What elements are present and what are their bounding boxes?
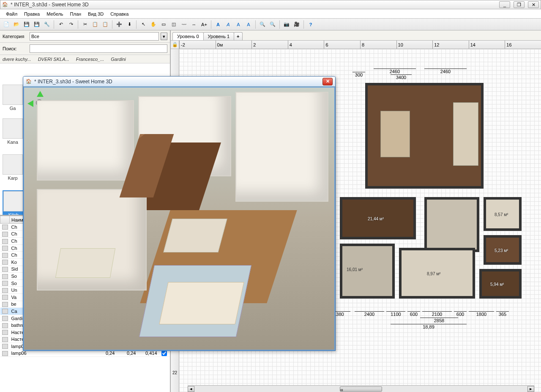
polyline-tool[interactable]: 〰 (179, 20, 189, 29)
menu-view3d[interactable]: Вид 3D (85, 10, 107, 18)
col-icon[interactable] (0, 216, 10, 224)
create-video-button[interactable]: 🎥 (292, 20, 301, 29)
view3d-close-button[interactable]: ✕ (322, 78, 333, 85)
category-label: Категория (3, 34, 28, 39)
dimension-tool[interactable]: ↔ (189, 20, 199, 29)
dimension[interactable]: 365 (496, 311, 509, 317)
row-icon (0, 301, 10, 308)
catalog-group[interactable]: Gardini (111, 57, 126, 62)
text-italic-button[interactable]: A (224, 20, 233, 29)
catalog-item[interactable]: Karp (3, 154, 23, 181)
preferences-button[interactable]: 🔧 (42, 20, 52, 29)
category-select[interactable] (30, 32, 159, 41)
close-button[interactable]: ✕ (528, 1, 539, 8)
dimension[interactable]: 2460 (374, 69, 416, 74)
furniture-table[interactable] (380, 111, 410, 157)
dimension[interactable]: 18,89 (391, 324, 467, 329)
level-tab-1[interactable]: Уровень 1 (203, 32, 235, 40)
menu-furniture[interactable]: Мебель (43, 10, 66, 18)
zoom-in-button[interactable]: 🔍 (258, 20, 267, 29)
titlebar: 🏠 * INTER_3.sh3d - Sweet Home 3D _ ❐ ✕ (0, 0, 541, 9)
maximize-button[interactable]: ❐ (514, 1, 525, 8)
menu-plan[interactable]: План (67, 10, 85, 18)
dimension[interactable]: 3400 (391, 74, 412, 80)
scroll-track[interactable]: III (194, 387, 527, 392)
ruler-horizontal[interactable]: -2 0м 2 4 6 8 10 12 14 16 (179, 41, 541, 49)
menu-help[interactable]: Справка (107, 10, 132, 18)
cut-button[interactable]: ✂ (80, 20, 90, 29)
paste-button[interactable]: 📋 (101, 20, 110, 29)
zoom-out-button[interactable]: 🔍 (268, 20, 277, 29)
nav3d-left[interactable] (27, 100, 33, 107)
text-bold-button[interactable]: A (213, 20, 223, 29)
dimension[interactable]: 600 (407, 311, 420, 317)
dimension[interactable]: 600 (454, 311, 467, 317)
catalog-group[interactable]: Francesco_... (76, 57, 104, 62)
ruler-tick: 12 (432, 41, 469, 49)
room[interactable] (424, 197, 479, 252)
catalog-item-selected[interactable]: Kitch (3, 190, 25, 216)
text-increase-button[interactable]: A (234, 20, 243, 29)
menu-file[interactable]: Файл (3, 10, 21, 18)
import-furniture-button[interactable]: ⬇ (125, 20, 134, 29)
menu-edit[interactable]: Правка (21, 10, 43, 18)
category-dropdown-arrow[interactable]: ▾ (161, 33, 167, 40)
furniture-sofa[interactable] (453, 102, 478, 166)
save-prefs-button[interactable]: 💾 (32, 20, 41, 29)
dimension[interactable]: 1100 (386, 311, 405, 317)
new-button[interactable]: 📄 (2, 20, 11, 29)
open-button[interactable]: 📂 (12, 20, 21, 29)
ruler-lock[interactable]: 🔒 (171, 41, 179, 49)
search-input[interactable] (30, 44, 167, 53)
level-tab-0[interactable]: Уровень 0 (172, 32, 204, 40)
room[interactable]: 5,23 м² (484, 235, 522, 265)
catalog-group[interactable]: DVERI SKLA... (38, 57, 69, 62)
catalog-thumb (3, 154, 23, 175)
view3d-titlebar[interactable]: 🏠 * INTER_3.sh3d - Sweet Home 3D ✕ (23, 77, 335, 87)
view3d-canvas[interactable] (23, 87, 335, 351)
level-tab-add[interactable]: + (234, 32, 242, 40)
horizontal-scrollbar[interactable]: ◂ III ▸ (188, 385, 534, 392)
copy-button[interactable]: 📋 (90, 20, 100, 29)
catalog-group[interactable]: dvere kuchy... (3, 57, 31, 62)
room[interactable]: 8,57 м² (484, 197, 522, 231)
catalog-item[interactable]: Ga (3, 85, 23, 111)
dimension[interactable]: 2858 (420, 318, 458, 323)
dimension[interactable]: 2460 (424, 69, 467, 74)
nav3d-up[interactable] (37, 91, 44, 97)
view3d-window[interactable]: 🏠 * INTER_3.sh3d - Sweet Home 3D ✕ (23, 76, 336, 351)
room-tool[interactable]: ◫ (169, 20, 178, 29)
catalog-item-label: Ga (3, 106, 23, 111)
room-living[interactable]: Гостиная42,02 м² (365, 83, 484, 189)
room[interactable]: 16,01 м² (340, 244, 395, 299)
save-button[interactable]: 💾 (22, 20, 31, 29)
text-tool[interactable]: A+ (199, 20, 209, 29)
text-decrease-button[interactable]: A (244, 20, 253, 29)
dimension[interactable]: 2100 (422, 311, 452, 317)
room[interactable]: 5,94 м² (479, 269, 522, 299)
scroll-thumb[interactable]: III (340, 387, 382, 392)
help-button[interactable]: ? (306, 20, 315, 29)
room[interactable]: 8,97 м² (399, 248, 475, 299)
dimension[interactable]: 1800 (469, 311, 494, 317)
dimension[interactable]: 300 (352, 72, 365, 77)
ruler-tick: 8 (360, 41, 396, 49)
scroll-left-button[interactable]: ◂ (188, 386, 194, 392)
scroll-right-button[interactable]: ▸ (527, 386, 534, 392)
catalog-item[interactable]: Kana (3, 118, 23, 145)
wall-tool[interactable]: ▭ (159, 20, 168, 29)
pan-tool[interactable]: ✋ (149, 20, 158, 29)
room[interactable]: 21,44 м² (340, 197, 416, 239)
add-furniture-button[interactable]: ➕ (115, 20, 124, 29)
dimension[interactable]: 2400 (355, 311, 384, 317)
separator (303, 20, 304, 29)
separator (112, 20, 112, 29)
iso-room (37, 100, 134, 181)
floorplan[interactable]: 2460 2460 300 3400 Гостиная42,02 м² 21,4… (340, 66, 522, 320)
undo-button[interactable]: ↶ (56, 20, 66, 29)
redo-button[interactable]: ↷ (66, 20, 76, 29)
create-photo-button[interactable]: 📷 (282, 20, 291, 29)
minimize-button[interactable]: _ (499, 1, 510, 8)
select-tool[interactable]: ↖ (139, 20, 148, 29)
iso-sofa-set (159, 282, 244, 324)
